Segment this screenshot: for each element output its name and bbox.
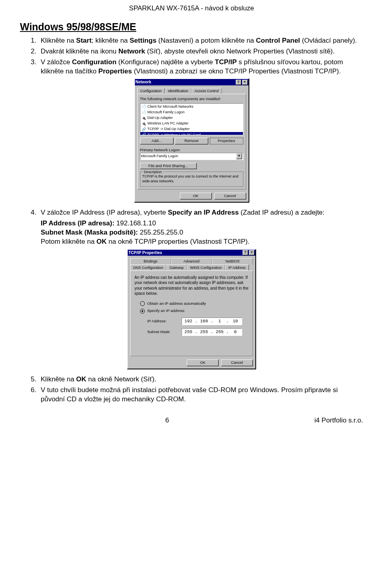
instruction-text: The following network components are ins… bbox=[140, 97, 243, 102]
file-sharing-button[interactable]: File and Print Sharing... bbox=[140, 163, 197, 170]
tab-access-control[interactable]: Access Control bbox=[192, 88, 222, 94]
tab-dns[interactable]: DNS Configuration bbox=[130, 264, 166, 270]
primary-logon-combo[interactable]: Microsoft Family Logon ▾ bbox=[140, 153, 243, 160]
network-dialog-tabs: Configuration Identification Access Cont… bbox=[137, 88, 246, 94]
ip-address-input[interactable]: 192. 168. 1. 10 bbox=[182, 318, 242, 325]
tab-netbios[interactable]: NetBIOS bbox=[212, 258, 253, 264]
chevron-down-icon[interactable]: ▾ bbox=[236, 153, 242, 159]
protocol-icon: 🔗 bbox=[142, 132, 146, 135]
remove-button[interactable]: Remove bbox=[175, 138, 208, 144]
description-group: Description TCP/IP is the protocol you u… bbox=[140, 172, 243, 187]
steps-list-cont2: Klikněte na OK na okně Network (Síť). V … bbox=[20, 375, 363, 404]
tab-bindings[interactable]: Bindings bbox=[130, 258, 171, 264]
ok-button[interactable]: OK bbox=[180, 193, 212, 199]
tab-identification[interactable]: Identification bbox=[165, 88, 192, 94]
tcpip-instruction: An IP address can be automatically assig… bbox=[134, 275, 249, 296]
step-3: V záložce Configuration (Konfigurace) na… bbox=[38, 58, 363, 76]
components-list[interactable]: 📄Client for Microsoft Networks 📄Microsof… bbox=[140, 103, 243, 135]
network-dialog-title: Network bbox=[136, 79, 151, 85]
help-icon[interactable]: ? bbox=[236, 80, 241, 85]
close-icon[interactable]: × bbox=[249, 250, 255, 255]
step-1: Klikněte na Start; klikněte na Settings … bbox=[38, 36, 363, 45]
radio-specify[interactable] bbox=[140, 309, 145, 314]
subnet-mask-input[interactable]: 255. 255. 255. 0 bbox=[182, 328, 242, 336]
network-dialog: Network ? × Configuration Identification… bbox=[134, 78, 249, 203]
protocol-icon: 🔗 bbox=[142, 127, 146, 131]
primary-logon-label: Primary Network Logon: bbox=[140, 148, 243, 153]
tab-gateway[interactable]: Gateway bbox=[166, 264, 187, 270]
steps-list-cont: V záložce IP Address (IP adresa), vybert… bbox=[20, 208, 363, 247]
tcpip-dialog-titlebar: TCP/IP Properties ? × bbox=[128, 250, 255, 256]
tab-wins[interactable]: WINS Configuration bbox=[187, 264, 225, 270]
step-5: Klikněte na OK na okně Network (Síť). bbox=[38, 375, 363, 384]
subnet-mask-label: Subnet Mask: bbox=[147, 330, 178, 335]
tab-configuration[interactable]: Configuration bbox=[137, 88, 165, 94]
cancel-button[interactable]: Cancel bbox=[214, 193, 246, 199]
help-icon[interactable]: ? bbox=[243, 250, 248, 255]
ip-address-label: IP Address: bbox=[147, 319, 178, 324]
tab-advanced[interactable]: Advanced bbox=[171, 258, 212, 264]
adapter-icon: 🔌 bbox=[142, 121, 146, 126]
section-title: Windows 95/98/98SE/ME bbox=[20, 20, 363, 34]
steps-list: Klikněte na Start; klikněte na Settings … bbox=[20, 36, 363, 76]
radio-auto[interactable] bbox=[140, 301, 145, 306]
tab-ip-address[interactable]: IP Address bbox=[225, 264, 249, 270]
close-icon[interactable]: × bbox=[242, 80, 248, 85]
properties-button[interactable]: Properties bbox=[210, 138, 243, 144]
tcpip-dialog: TCP/IP Properties ? × Bindings Advanced … bbox=[127, 249, 256, 369]
cancel-button[interactable]: Cancel bbox=[221, 359, 253, 366]
page-number: 6 bbox=[165, 416, 169, 425]
add-button[interactable]: Add... bbox=[140, 138, 174, 144]
footer-company: i4 Portfolio s.r.o. bbox=[314, 416, 363, 425]
tcpip-dialog-title: TCP/IP Properties bbox=[128, 250, 162, 256]
step-4: V záložce IP Address (IP adresa), vybert… bbox=[38, 208, 363, 247]
client-icon: 📄 bbox=[142, 110, 146, 114]
adapter-icon: 🔌 bbox=[142, 116, 146, 120]
network-dialog-titlebar: Network ? × bbox=[135, 79, 249, 85]
ok-button[interactable]: OK bbox=[187, 359, 219, 366]
step-2: Dvakrát klikněte na ikonu Network (Síť),… bbox=[38, 47, 363, 56]
client-icon: 📄 bbox=[142, 104, 146, 109]
step-6: V tuto chvíli budete možná při instalaci… bbox=[38, 386, 363, 404]
page-header: SPARKLAN WX-7615A - návod k obsluze bbox=[20, 4, 363, 13]
